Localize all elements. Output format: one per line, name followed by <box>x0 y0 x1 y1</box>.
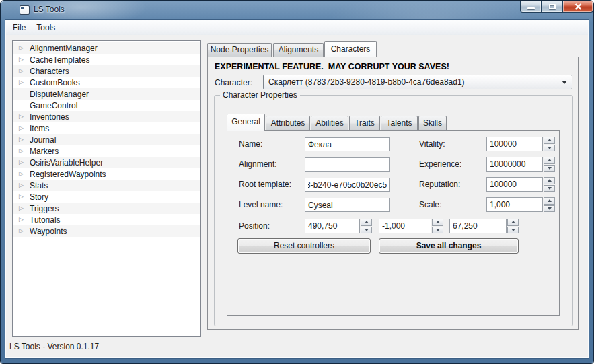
tab-traits[interactable]: Traits <box>349 116 380 131</box>
tree-item[interactable]: DisputeManager <box>13 88 200 100</box>
general-tab-panel: Name: Alignment: Root template: Level na… <box>227 130 560 316</box>
expand-arrow-icon[interactable] <box>19 122 30 134</box>
spin-down-button[interactable] <box>544 185 555 192</box>
expand-arrow-icon[interactable] <box>19 54 30 65</box>
expand-arrow-icon[interactable] <box>19 225 30 237</box>
tree-item[interactable]: Triggers <box>13 203 200 214</box>
spin-down-button[interactable] <box>361 227 372 234</box>
expand-arrow-icon[interactable] <box>19 134 30 145</box>
position-x-spinner <box>305 219 372 233</box>
spin-up-button[interactable] <box>432 219 443 226</box>
reset-controllers-button[interactable]: Reset controllers <box>237 238 371 254</box>
reputation-input[interactable] <box>486 177 543 192</box>
tree-item[interactable]: GameControl <box>13 100 200 111</box>
vitality-label: Vitality: <box>419 139 445 149</box>
tree-item[interactable]: Waypoints <box>13 225 200 237</box>
experience-input[interactable] <box>486 157 543 172</box>
expand-arrow-icon[interactable] <box>19 42 30 54</box>
tree-item-label: Tutorials <box>30 215 61 225</box>
tab-node-properties[interactable]: Node Properties <box>207 43 272 57</box>
tree-item[interactable]: AlignmentManager <box>13 42 200 54</box>
tab-attributes[interactable]: Attributes <box>266 116 310 131</box>
tree-item[interactable]: Characters <box>13 65 200 77</box>
expand-arrow-icon[interactable] <box>19 77 30 88</box>
tree-item[interactable]: Story <box>13 191 200 203</box>
client-area: File Tools AlignmentManager CacheTemplat… <box>5 20 589 358</box>
tree-item[interactable]: Tutorials <box>13 214 200 225</box>
spin-down-button[interactable] <box>544 145 555 152</box>
position-z-input[interactable] <box>449 219 507 233</box>
tree-item[interactable]: OsirisVariableHelper <box>13 157 200 168</box>
tree-item-label: Waypoints <box>30 227 67 236</box>
position-label: Position: <box>239 221 270 231</box>
tree-item[interactable]: Markers <box>13 145 200 157</box>
tree-item[interactable]: Journal <box>13 134 200 145</box>
tab-talents[interactable]: Talents <box>381 116 418 131</box>
scale-input[interactable] <box>486 197 543 212</box>
tree-item-label: Markers <box>30 147 59 156</box>
group-title: Character Properties <box>220 90 300 100</box>
expand-arrow-icon[interactable] <box>19 65 30 77</box>
tab-alignments[interactable]: Alignments <box>273 43 324 57</box>
arrow-down-icon <box>548 187 552 190</box>
tab-abilities[interactable]: Abilities <box>311 116 348 131</box>
expand-arrow-icon[interactable] <box>19 203 30 214</box>
tab-general[interactable]: General <box>227 114 265 131</box>
arrow-down-icon <box>548 147 552 149</box>
tree-item-label: Stats <box>30 181 48 190</box>
close-button[interactable] <box>562 1 593 13</box>
spin-down-button[interactable] <box>507 227 519 234</box>
minimize-button[interactable] <box>520 1 542 13</box>
expand-arrow-icon[interactable] <box>19 145 30 157</box>
experimental-warning: EXPERIMENTAL FEATURE. MAY CORRUPT YOUR S… <box>215 62 449 71</box>
arrow-down-icon <box>548 167 552 170</box>
expand-arrow-icon[interactable] <box>19 180 30 191</box>
arrow-up-icon <box>511 221 515 223</box>
arrow-down-icon <box>365 229 369 231</box>
spin-up-button[interactable] <box>507 219 519 226</box>
tab-characters[interactable]: Characters <box>324 41 377 57</box>
character-select[interactable]: Скарлетт (878372b3-9280-4819-b8b0-4ca76d… <box>263 75 572 89</box>
maximize-button[interactable] <box>541 1 563 13</box>
alignment-input[interactable] <box>305 157 390 172</box>
expand-arrow-icon[interactable] <box>19 111 30 122</box>
spin-up-button[interactable] <box>361 219 372 226</box>
position-y-input[interactable] <box>379 219 431 233</box>
spin-up-button[interactable] <box>544 137 555 144</box>
save-all-changes-button[interactable]: Save all changes <box>379 238 519 254</box>
spin-down-button[interactable] <box>432 227 443 234</box>
arrow-up-icon <box>365 221 369 223</box>
menu-item[interactable]: Tools <box>31 20 61 35</box>
tree-item[interactable]: CacheTemplates <box>13 54 200 65</box>
app-icon <box>20 5 30 15</box>
tab-skills[interactable]: Skills <box>418 116 447 131</box>
spin-up-button[interactable] <box>544 157 555 164</box>
tree-item-label: CacheTemplates <box>30 55 89 65</box>
menu-item[interactable]: File <box>7 20 31 35</box>
title-bar[interactable]: LS Tools <box>1 1 593 20</box>
tree-item-label: OsirisVariableHelper <box>30 158 103 168</box>
tree-item[interactable]: Items <box>13 122 200 134</box>
position-x-input[interactable] <box>305 219 360 233</box>
level-name-input[interactable] <box>305 198 390 212</box>
spin-down-button[interactable] <box>544 165 555 172</box>
expand-arrow-icon[interactable] <box>19 157 30 168</box>
experience-label: Experience: <box>419 159 461 169</box>
expand-arrow-icon[interactable] <box>19 168 30 180</box>
reputation-spinner <box>486 177 555 192</box>
tree-item[interactable]: RegisteredWaypoints <box>13 168 200 180</box>
spin-down-button[interactable] <box>544 205 555 213</box>
maximize-icon <box>549 4 556 9</box>
expand-arrow-icon[interactable] <box>19 191 30 203</box>
spin-up-button[interactable] <box>544 177 555 184</box>
tree-item[interactable]: CustomBooks <box>13 77 200 88</box>
spin-up-button[interactable] <box>544 197 555 205</box>
arrow-down-icon <box>511 229 515 231</box>
tree-item-label: Story <box>30 192 48 202</box>
tree-item[interactable]: Stats <box>13 180 200 191</box>
root-template-input[interactable] <box>305 178 390 192</box>
vitality-input[interactable] <box>486 137 543 151</box>
expand-arrow-icon[interactable] <box>19 214 30 225</box>
name-input[interactable] <box>305 137 390 151</box>
tree-item[interactable]: Inventories <box>13 111 200 122</box>
